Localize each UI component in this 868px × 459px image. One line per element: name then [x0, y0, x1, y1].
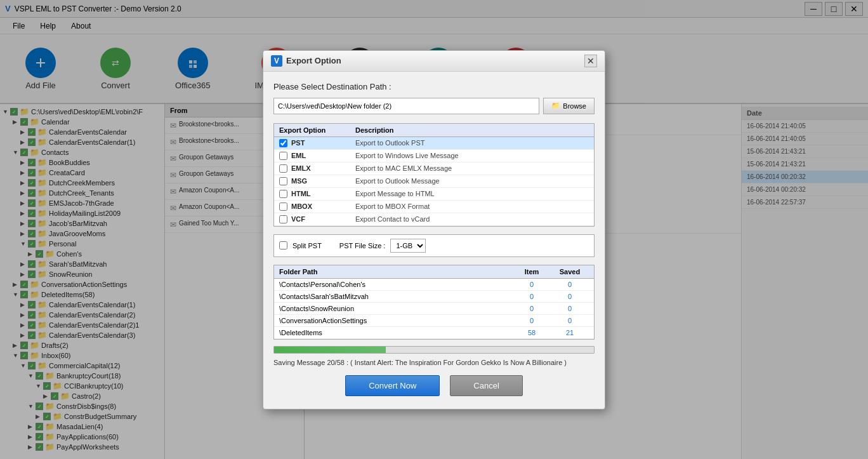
folder-item-count: 0 [513, 305, 551, 312]
path-row: 📁 Browse [273, 98, 595, 114]
export-description: Export to MBOX Format [355, 203, 589, 210]
status-message: Saving Message 20/58 : ( Instant Alert: … [273, 357, 595, 368]
folder-icon: 📁 [551, 102, 560, 110]
progress-bar [274, 347, 386, 353]
export-modal: V Export Option ✕ Please Select Destinat… [263, 50, 605, 409]
modal-titlebar: V Export Option ✕ [263, 51, 605, 72]
destination-label: Please Select Destination Path : [273, 82, 595, 91]
folder-col-saved: Saved [551, 268, 589, 276]
export-option-left: MSG [279, 177, 355, 185]
export-name: MBOX [291, 203, 312, 210]
modal-footer: Convert Now Cancel [273, 375, 595, 399]
export-checkbox[interactable] [279, 164, 287, 173]
folder-saved-count: 0 [551, 305, 589, 312]
export-name: EMLX [291, 164, 311, 172]
export-row[interactable]: HTMLExport Message to HTML [274, 188, 594, 201]
path-input[interactable] [273, 98, 539, 114]
export-option-left: PST [279, 139, 355, 147]
export-row[interactable]: VCFExport Contact to vCard [274, 213, 594, 226]
export-checkbox[interactable] [279, 215, 287, 223]
folder-saved-count: 0 [551, 317, 589, 324]
export-options-table: Export Option Description PSTExport to O… [273, 123, 595, 227]
folder-table-row: \DeletedItems5821 [274, 327, 594, 339]
convert-now-button[interactable]: Convert Now [345, 375, 440, 396]
folder-table-row: \Contacts\Sarah'sBatMitzvah00 [274, 291, 594, 303]
folder-saved-count: 0 [551, 293, 589, 300]
export-name: PST [291, 139, 305, 147]
export-checkbox[interactable] [279, 190, 287, 198]
folder-col-path: Folder Path [279, 268, 513, 276]
folder-path: \Contacts\Sarah'sBatMitzvah [279, 293, 513, 300]
folder-item-count: 0 [513, 317, 551, 324]
export-row[interactable]: MBOXExport to MBOX Format [274, 201, 594, 213]
browse-label: Browse [563, 102, 586, 110]
export-option-left: VCF [279, 215, 355, 223]
cancel-button[interactable]: Cancel [450, 375, 522, 396]
folder-table-row: \ConversationActionSettings00 [274, 315, 594, 327]
browse-button[interactable]: 📁 Browse [543, 98, 595, 114]
export-description: Export Message to HTML [355, 190, 589, 197]
modal-logo: V [271, 55, 282, 67]
folder-rows: \Contacts\Personal\Cohen's00\Contacts\Sa… [274, 279, 594, 339]
export-description: Export to MAC EMLX Message [355, 164, 589, 172]
progress-container [273, 346, 595, 354]
export-name: EML [291, 152, 306, 159]
modal-title-text: Export Option [286, 56, 341, 65]
export-name: VCF [291, 215, 305, 223]
export-description: Export to Windows Live Message [355, 152, 589, 159]
folder-table-row: \Contacts\Personal\Cohen's00 [274, 279, 594, 291]
export-row[interactable]: EMLExport to Windows Live Message [274, 150, 594, 163]
modal-close-button[interactable]: ✕ [584, 55, 597, 67]
split-pst-checkbox[interactable] [279, 241, 287, 249]
export-checkbox[interactable] [279, 139, 287, 147]
export-checkbox[interactable] [279, 203, 287, 211]
folder-saved-count: 21 [551, 329, 589, 336]
folder-path: \DeletedItems [279, 329, 513, 336]
export-rows: PSTExport to Outlook PSTEMLExport to Win… [274, 137, 594, 226]
folder-saved-count: 0 [551, 281, 589, 288]
export-option-left: EMLX [279, 164, 355, 173]
export-option-left: HTML [279, 190, 355, 198]
export-option-left: MBOX [279, 203, 355, 211]
export-checkbox[interactable] [279, 177, 287, 185]
folder-col-item: Item [513, 268, 551, 276]
folder-path: \ConversationActionSettings [279, 317, 513, 324]
export-table-header: Export Option Description [274, 124, 594, 137]
folder-item-count: 0 [513, 281, 551, 288]
export-name: HTML [291, 190, 311, 197]
export-row[interactable]: EMLXExport to MAC EMLX Message [274, 163, 594, 175]
folder-path: \Contacts\Personal\Cohen's [279, 281, 513, 288]
export-option-left: EML [279, 152, 355, 160]
modal-body: Please Select Destination Path : 📁 Brows… [263, 72, 605, 409]
export-description: Export Contact to vCard [355, 215, 589, 223]
export-description: Export to Outlook PST [355, 139, 589, 147]
folder-item-count: 0 [513, 293, 551, 300]
split-size-select[interactable]: 1-GB 2-GB 4-GB [390, 239, 426, 253]
export-col-description: Description [355, 126, 589, 134]
folder-path-table: Folder Path Item Saved \Contacts\Persona… [273, 265, 595, 340]
export-row[interactable]: MSGExport to Outlook Message [274, 175, 594, 188]
split-pst-label: Split PST [293, 242, 322, 249]
folder-table-header: Folder Path Item Saved [274, 265, 594, 279]
split-size-label: PST File Size : [339, 242, 386, 249]
export-description: Export to Outlook Message [355, 177, 589, 185]
export-col-option: Export Option [279, 126, 355, 134]
folder-path: \Contacts\SnowReunion [279, 305, 513, 312]
folder-item-count: 58 [513, 329, 551, 336]
folder-table-row: \Contacts\SnowReunion00 [274, 303, 594, 315]
split-pst-row: Split PST PST File Size : 1-GB 2-GB 4-GB [273, 234, 595, 257]
export-row[interactable]: PSTExport to Outlook PST [274, 137, 594, 150]
export-name: MSG [291, 177, 307, 185]
export-checkbox[interactable] [279, 152, 287, 160]
modal-overlay: V Export Option ✕ Please Select Destinat… [0, 0, 868, 459]
